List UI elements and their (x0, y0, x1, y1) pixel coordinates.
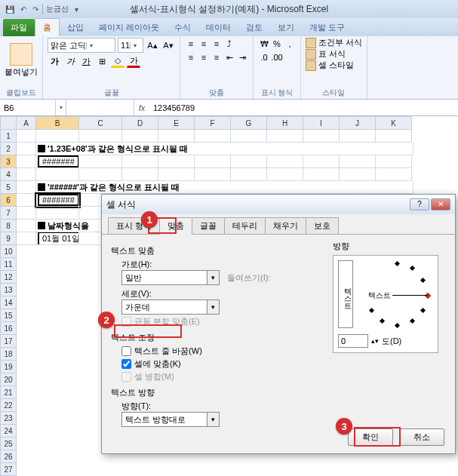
row-header[interactable]: 24 (0, 425, 17, 438)
qat-redo-icon[interactable]: ↷ (30, 5, 41, 14)
row-header[interactable]: 1 (0, 130, 17, 143)
dialog-tab-protection[interactable]: 보호 (306, 217, 339, 234)
row-header[interactable]: 10 (0, 245, 17, 258)
col-header[interactable]: C (79, 116, 122, 130)
cancel-button[interactable]: 취소 (399, 428, 444, 446)
font-color-button[interactable]: 가 (127, 54, 140, 68)
align-left-icon[interactable]: ≡ (185, 51, 197, 63)
align-top-icon[interactable]: ≡ (185, 38, 197, 50)
dialog-tab-font[interactable]: 글꼴 (192, 217, 225, 234)
row-header[interactable]: 3 (0, 155, 17, 168)
underline-button[interactable]: 가 (79, 54, 93, 68)
name-box-dropdown-icon[interactable]: ▾ (56, 100, 66, 115)
row-header[interactable]: 19 (0, 361, 17, 373)
row-header[interactable]: 16 (0, 322, 17, 335)
align-bottom-icon[interactable]: ≡ (211, 38, 223, 50)
chevron-down-icon[interactable]: ▾ (130, 42, 139, 49)
comma-icon[interactable]: , (284, 38, 296, 50)
font-size-select[interactable]: 11▾ (118, 38, 143, 53)
row-header[interactable]: 4 (0, 168, 17, 181)
row-header[interactable]: 12 (0, 271, 17, 284)
row-header[interactable]: 9 (0, 232, 17, 245)
row-header[interactable]: 5 (0, 181, 17, 194)
shrink-to-fit-check[interactable]: 셀에 맞춤(K) (121, 358, 333, 370)
col-header[interactable]: H (267, 116, 303, 130)
dialog-title-bar[interactable]: 셀 서식 ? ✕ (102, 195, 455, 214)
horiz-align-select[interactable]: 일반▾ (121, 270, 220, 285)
tab-review[interactable]: 검토 (238, 19, 270, 36)
row-header[interactable]: 22 (0, 399, 17, 412)
dialog-close-button[interactable]: ✕ (431, 198, 450, 210)
tab-developer[interactable]: 개발 도구 (302, 19, 352, 36)
fill-color-button[interactable]: ◇ (111, 54, 124, 68)
vert-align-select[interactable]: 가운데▾ (121, 299, 220, 315)
col-header[interactable]: F (195, 116, 231, 130)
degree-spinner[interactable]: 0 (338, 334, 368, 348)
chevron-down-icon[interactable]: ▾ (207, 271, 219, 284)
row-header[interactable]: 13 (0, 284, 17, 296)
row-header[interactable]: 17 (0, 335, 17, 348)
row-header[interactable]: 15 (0, 309, 17, 322)
row-header[interactable]: 18 (0, 348, 17, 361)
border-button[interactable]: ⊞ (95, 54, 109, 68)
qat-undo-icon[interactable]: ↶ (18, 5, 29, 14)
accounting-icon[interactable]: ₩ (258, 38, 270, 50)
tab-file[interactable]: 파일 (3, 19, 35, 36)
col-header[interactable]: G (231, 116, 267, 130)
direction-select[interactable]: 텍스트 방향대로▾ (121, 412, 220, 427)
row-header[interactable]: 27 (0, 463, 17, 476)
row-header[interactable]: 7 (0, 207, 17, 220)
row-header[interactable]: 6 (0, 194, 17, 207)
tab-page-layout[interactable]: 페이지 레이아웃 (91, 19, 167, 36)
col-header[interactable]: E (158, 116, 195, 130)
italic-button[interactable]: 가 (63, 54, 77, 68)
qat-gridlines-toggle[interactable]: 눈금선 (42, 4, 71, 14)
cell-style-button[interactable]: 셀 스타일 (306, 60, 362, 71)
inc-decimal-icon[interactable]: .0 (258, 51, 270, 63)
cell-b9[interactable]: 01월 01일 (36, 232, 79, 245)
dialog-help-button[interactable]: ? (410, 198, 429, 210)
tab-insert[interactable]: 삽입 (60, 19, 91, 36)
conditional-format-button[interactable]: 조건부 서식 (306, 38, 362, 48)
chevron-down-icon[interactable]: ▾ (207, 413, 219, 426)
orientation-dial[interactable]: 텍스트 (362, 260, 433, 331)
vertical-text-button[interactable]: 텍스트 (338, 260, 353, 328)
orientation-control[interactable]: 텍스트 텍스트 0 ▴▾ 도(D) (333, 255, 438, 353)
dialog-tab-alignment[interactable]: 맞춤 (159, 217, 192, 235)
indent-inc-icon[interactable]: ⇥ (236, 51, 248, 63)
row-header[interactable]: 21 (0, 386, 17, 399)
row-header[interactable]: 20 (0, 373, 17, 386)
col-header[interactable]: D (122, 116, 158, 130)
row-header[interactable]: 14 (0, 296, 17, 309)
cell-b2[interactable]: '1.23E+08'과 같은 형식으로 표시될 때 (36, 143, 413, 155)
paste-button[interactable]: 붙여넣기 (5, 38, 38, 83)
col-header[interactable]: B (36, 116, 79, 130)
decrease-font-icon[interactable]: A▾ (161, 38, 175, 52)
increase-font-icon[interactable]: A▴ (146, 38, 159, 52)
col-header[interactable]: K (376, 116, 412, 130)
wrap-checkbox[interactable] (121, 346, 131, 356)
row-header[interactable]: 11 (0, 258, 17, 271)
dec-decimal-icon[interactable]: .00 (271, 51, 283, 63)
cell-b3[interactable]: ####### (36, 155, 79, 168)
row-header[interactable]: 25 (0, 438, 17, 450)
cell-b6-selected[interactable]: ####### (36, 194, 79, 207)
qat-dropdown-icon[interactable]: ▾ (72, 5, 81, 14)
row-header[interactable]: 8 (0, 220, 17, 232)
align-center-icon[interactable]: ≡ (198, 51, 210, 63)
name-box[interactable]: B6 (0, 100, 56, 115)
tab-formula[interactable]: 수식 (167, 19, 198, 36)
dialog-tab-border[interactable]: 테두리 (224, 217, 266, 234)
chevron-down-icon[interactable]: ▾ (86, 42, 95, 49)
formula-input[interactable]: 123456789 (149, 100, 458, 115)
align-middle-icon[interactable]: ≡ (198, 38, 210, 50)
col-header[interactable]: I (303, 116, 340, 130)
row-header[interactable]: 2 (0, 143, 17, 155)
dialog-tab-fill[interactable]: 채우기 (265, 217, 306, 234)
table-format-button[interactable]: 표 서식 (306, 49, 362, 60)
wrap-text-check[interactable]: 텍스트 줄 바꿈(W) (121, 345, 333, 357)
shrink-checkbox[interactable] (121, 359, 131, 369)
bold-button[interactable]: 가 (48, 54, 61, 68)
tab-view[interactable]: 보기 (270, 19, 302, 36)
percent-icon[interactable]: % (271, 38, 283, 50)
